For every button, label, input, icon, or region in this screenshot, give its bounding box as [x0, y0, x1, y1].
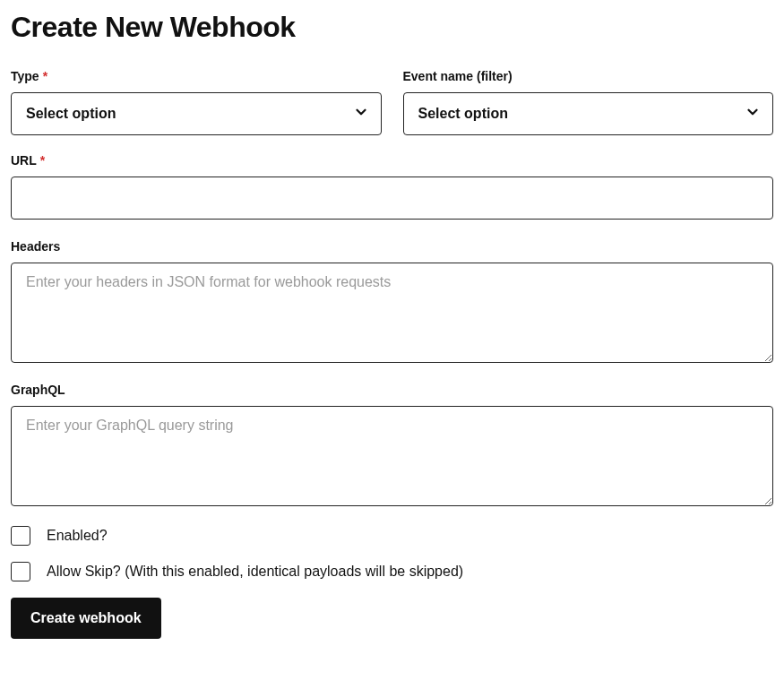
allow-skip-checkbox-row: Allow Skip? (With this enabled, identica… — [11, 562, 773, 581]
url-field-group: URL * — [11, 153, 773, 220]
event-name-select[interactable]: Select option — [403, 92, 774, 135]
type-select[interactable]: Select option — [11, 92, 382, 135]
required-asterisk: * — [43, 69, 47, 83]
graphql-label: GraphQL — [11, 383, 773, 397]
url-label: URL * — [11, 153, 773, 168]
type-select-value: Select option — [26, 106, 116, 122]
allow-skip-checkbox-label[interactable]: Allow Skip? (With this enabled, identica… — [47, 564, 463, 580]
url-label-text: URL — [11, 153, 37, 168]
enabled-checkbox-row: Enabled? — [11, 526, 773, 546]
url-input[interactable] — [11, 177, 773, 220]
create-webhook-button[interactable]: Create webhook — [11, 598, 161, 639]
type-label-text: Type — [11, 69, 39, 83]
graphql-field-group: GraphQL — [11, 383, 773, 506]
event-name-label-text: Event name (filter) — [403, 69, 513, 83]
enabled-checkbox[interactable] — [11, 526, 30, 546]
headers-textarea[interactable] — [11, 263, 773, 363]
headers-field-group: Headers — [11, 239, 773, 363]
headers-label: Headers — [11, 239, 773, 254]
event-name-label: Event name (filter) — [403, 69, 774, 83]
type-field-group: Type * Select option — [11, 69, 382, 135]
headers-label-text: Headers — [11, 239, 60, 254]
enabled-checkbox-label[interactable]: Enabled? — [47, 528, 108, 544]
type-label: Type * — [11, 69, 382, 83]
event-name-select-value: Select option — [418, 106, 508, 122]
allow-skip-checkbox[interactable] — [11, 562, 30, 581]
page-title: Create New Webhook — [11, 11, 773, 44]
event-name-field-group: Event name (filter) Select option — [403, 69, 774, 135]
type-select-wrapper: Select option — [11, 92, 382, 135]
required-asterisk: * — [40, 153, 45, 168]
graphql-textarea[interactable] — [11, 406, 773, 506]
event-name-select-wrapper: Select option — [403, 92, 774, 135]
graphql-label-text: GraphQL — [11, 383, 65, 397]
